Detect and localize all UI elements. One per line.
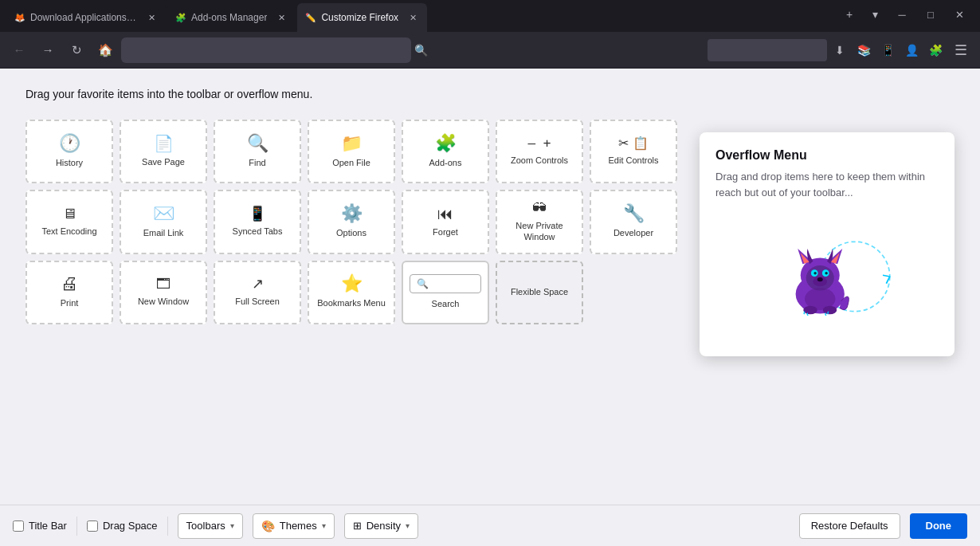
tab-bar-end: + ▾	[838, 0, 886, 32]
open-file-icon: 📁	[341, 135, 363, 152]
item-find[interactable]: 🔍 Find	[214, 120, 301, 183]
url-search-icon: 🔍	[414, 44, 428, 57]
bookmarks-menu-icon: ⭐	[341, 275, 363, 293]
item-synced-tabs[interactable]: 📱 Synced Tabs	[214, 190, 301, 254]
item-new-private-window[interactable]: 🕶 New Private Window	[496, 190, 583, 254]
extensions-button[interactable]: 🧩	[924, 39, 947, 61]
drag-space-checkbox-label[interactable]: Drag Space	[87, 520, 158, 532]
full-screen-icon: ↗	[252, 277, 264, 291]
find-label: Find	[249, 157, 265, 168]
toolbar-search-input[interactable]	[708, 39, 827, 61]
history-icon: 🕐	[59, 135, 80, 152]
overflow-panel: Overflow Menu Drag and drop items here t…	[700, 132, 955, 356]
item-zoom-controls[interactable]: — + Zoom Controls	[496, 120, 583, 183]
separator-2	[167, 517, 168, 536]
item-bookmarks-menu[interactable]: ⭐ Bookmarks Menu	[308, 261, 395, 324]
window-controls: ─ □ ✕	[888, 0, 974, 32]
search-item-inner: 🔍	[410, 274, 481, 293]
svg-point-10	[813, 272, 817, 275]
themes-label: Themes	[280, 520, 317, 532]
svg-point-11	[825, 272, 828, 275]
addons-label: Add-ons	[429, 157, 462, 168]
item-options[interactable]: ⚙️ Options	[308, 190, 395, 254]
back-button[interactable]: ←	[6, 37, 32, 63]
item-text-encoding[interactable]: 🖥 Text Encoding	[25, 190, 113, 254]
options-icon: ⚙️	[341, 205, 363, 222]
drag-space-checkbox[interactable]	[87, 520, 98, 532]
svg-point-16	[823, 306, 837, 315]
library-button[interactable]: 📚	[853, 39, 875, 61]
themes-dropdown[interactable]: 🎨 Themes ▾	[253, 513, 335, 539]
text-encoding-label: Text Encoding	[41, 226, 96, 237]
new-window-label: New Window	[138, 296, 189, 307]
restore-defaults-button[interactable]: Restore Defaults	[799, 513, 900, 539]
tab-addons-title: Add-ons Manager	[191, 12, 267, 23]
edit-controls-label: Edit Controls	[609, 155, 659, 166]
tab-download-title: Download Applications for An...	[30, 12, 137, 23]
maximize-button[interactable]: □	[916, 3, 945, 26]
url-bar[interactable]	[121, 37, 411, 63]
toolbar-right: ⬇ 📚 📱 👤 🧩 ☰	[708, 37, 974, 63]
tab-bar: 🦊 Download Applications for An... ✕ 🧩 Ad…	[0, 0, 980, 32]
item-open-file[interactable]: 📁 Open File	[308, 120, 395, 183]
close-button[interactable]: ✕	[945, 3, 974, 26]
item-full-screen[interactable]: ↗ Full Screen	[214, 261, 301, 324]
item-email-link[interactable]: ✉️ Email Link	[120, 190, 207, 254]
forget-label: Forget	[433, 226, 458, 238]
item-print[interactable]: 🖨 Print	[25, 261, 113, 324]
new-tab-button[interactable]: +	[838, 3, 860, 26]
done-button[interactable]: Done	[910, 513, 968, 539]
menu-button[interactable]: ☰	[948, 37, 974, 63]
tab-download-close[interactable]: ✕	[145, 11, 158, 24]
title-bar-checkbox-label[interactable]: Title Bar	[13, 520, 67, 532]
item-edit-controls[interactable]: ✂ 📋 Edit Controls	[590, 120, 677, 183]
save-page-icon: 📄	[154, 136, 174, 151]
email-link-icon: ✉️	[153, 205, 174, 222]
density-label: Density	[367, 520, 401, 532]
save-page-label: Save Page	[142, 156, 185, 167]
tab-list-button[interactable]: ▾	[864, 3, 886, 26]
density-dropdown[interactable]: ⊞ Density ▾	[344, 513, 418, 539]
toolbars-arrow-icon: ▾	[230, 521, 234, 530]
new-private-window-label: New Private Window	[504, 220, 575, 243]
tab-customize[interactable]: ✏️ Customize Firefox ✕	[297, 3, 427, 32]
reload-button[interactable]: ↻	[64, 37, 89, 63]
account-button[interactable]: 👤	[900, 39, 923, 61]
tab-pencil-icon: ✏️	[305, 13, 316, 23]
forward-button[interactable]: →	[35, 37, 61, 63]
text-encoding-icon: 🖥	[62, 206, 76, 221]
tab-addons-close[interactable]: ✕	[275, 11, 288, 24]
developer-label: Developer	[613, 227, 653, 238]
title-bar-checkbox[interactable]	[13, 520, 24, 532]
home-button[interactable]: 🏠	[92, 37, 118, 63]
item-history[interactable]: 🕐 History	[25, 120, 113, 183]
open-file-label: Open File	[332, 157, 370, 168]
tab-download[interactable]: 🦊 Download Applications for An... ✕	[6, 3, 166, 32]
item-save-page[interactable]: 📄 Save Page	[120, 120, 207, 183]
downloads-button[interactable]: ⬇	[829, 39, 851, 61]
toolbars-dropdown[interactable]: Toolbars ▾	[178, 513, 243, 539]
print-label: Print	[61, 297, 79, 308]
main-content: Drag your favorite items into the toolba…	[0, 69, 980, 505]
print-icon: 🖨	[61, 275, 78, 293]
svg-point-13	[817, 277, 823, 281]
page-title: Drag your favorite items into the toolba…	[25, 88, 955, 100]
drag-space-label: Drag Space	[103, 520, 158, 532]
item-search[interactable]: 🔍 Search	[402, 261, 489, 324]
item-flexible-space[interactable]: Flexible Space	[496, 261, 583, 324]
fox-mascot	[755, 221, 899, 332]
item-new-window[interactable]: 🗔 New Window	[120, 261, 207, 324]
addons-icon: 🧩	[435, 135, 457, 152]
title-bar-label: Title Bar	[29, 520, 67, 532]
synced-tabs-label: Synced Tabs	[233, 226, 283, 237]
developer-icon: 🔧	[623, 205, 645, 222]
synced-tabs-button[interactable]: 📱	[876, 39, 899, 61]
item-developer[interactable]: 🔧 Developer	[590, 190, 677, 254]
minimize-button[interactable]: ─	[888, 3, 916, 26]
tab-customize-close[interactable]: ✕	[406, 11, 419, 24]
history-label: History	[56, 157, 83, 168]
zoom-controls-icon: — +	[528, 137, 551, 150]
item-addons[interactable]: 🧩 Add-ons	[402, 120, 489, 183]
tab-addons[interactable]: 🧩 Add-ons Manager ✕	[167, 3, 296, 32]
item-forget[interactable]: ⏮ Forget	[402, 190, 489, 254]
